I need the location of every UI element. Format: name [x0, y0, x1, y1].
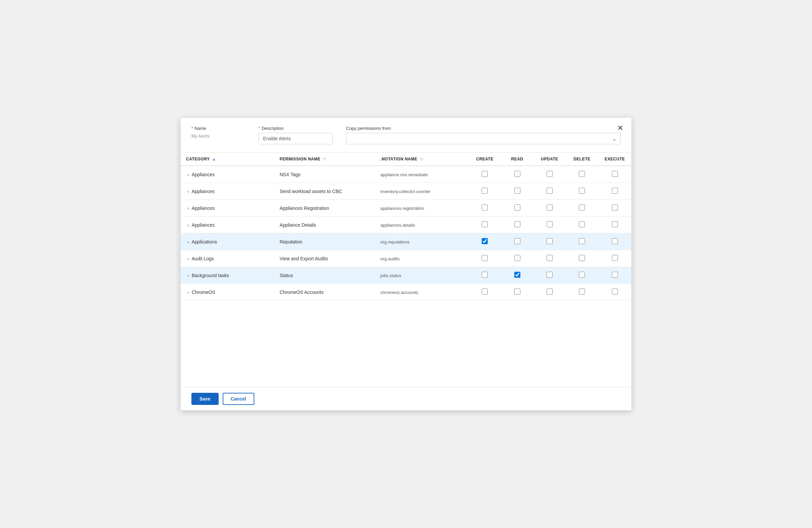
execute-checkbox[interactable]: [612, 188, 618, 194]
expand-row-button[interactable]: ›: [186, 239, 190, 245]
read-cell[interactable]: [501, 267, 533, 284]
delete-checkbox[interactable]: [579, 171, 585, 177]
update-cell[interactable]: [534, 284, 566, 300]
expand-row-button[interactable]: ›: [186, 189, 190, 194]
create-cell[interactable]: [468, 250, 501, 267]
execute-checkbox[interactable]: [612, 238, 618, 244]
expand-row-button[interactable]: ›: [186, 256, 190, 261]
delete-checkbox[interactable]: [579, 272, 585, 278]
create-cell[interactable]: [468, 217, 501, 233]
execute-checkbox[interactable]: [612, 272, 618, 278]
update-checkbox[interactable]: [547, 188, 553, 194]
create-cell[interactable]: [468, 267, 501, 284]
description-input[interactable]: [259, 133, 333, 144]
read-cell[interactable]: [501, 217, 533, 233]
execute-cell[interactable]: [598, 233, 632, 250]
cancel-button[interactable]: Cancel: [223, 393, 254, 405]
read-cell[interactable]: [501, 183, 533, 200]
permissions-table-container[interactable]: CATEGORY ▲ PERMISSION NAME ▽ .NOTATION N…: [180, 152, 632, 387]
read-cell[interactable]: [501, 166, 533, 183]
create-checkbox[interactable]: [482, 289, 488, 295]
th-notation-name[interactable]: .NOTATION NAME ▽: [375, 153, 468, 166]
execute-cell[interactable]: [598, 267, 632, 284]
th-read[interactable]: READ: [501, 153, 533, 166]
expand-row-button[interactable]: ›: [186, 205, 190, 211]
update-checkbox[interactable]: [547, 238, 553, 244]
read-checkbox[interactable]: [514, 289, 520, 295]
update-cell[interactable]: [534, 200, 566, 217]
delete-checkbox[interactable]: [579, 289, 585, 295]
delete-checkbox[interactable]: [579, 238, 585, 244]
execute-cell[interactable]: [598, 166, 632, 183]
update-checkbox[interactable]: [547, 255, 553, 261]
th-delete[interactable]: DELETE: [566, 153, 598, 166]
expand-row-button[interactable]: ›: [186, 222, 190, 228]
delete-cell[interactable]: [566, 250, 598, 267]
delete-checkbox[interactable]: [579, 204, 585, 210]
delete-cell[interactable]: [566, 183, 598, 200]
update-cell[interactable]: [534, 250, 566, 267]
delete-checkbox[interactable]: [579, 221, 585, 228]
create-cell[interactable]: [468, 166, 501, 183]
save-button[interactable]: Save: [191, 393, 219, 405]
execute-checkbox[interactable]: [612, 171, 618, 177]
execute-cell[interactable]: [598, 217, 632, 233]
read-checkbox[interactable]: [514, 221, 520, 228]
delete-cell[interactable]: [566, 200, 598, 217]
execute-checkbox[interactable]: [612, 221, 618, 228]
delete-cell[interactable]: [566, 284, 598, 300]
execute-cell[interactable]: [598, 250, 632, 267]
create-checkbox[interactable]: [482, 188, 488, 194]
update-checkbox[interactable]: [547, 221, 553, 228]
create-checkbox[interactable]: [482, 255, 488, 261]
read-checkbox[interactable]: [514, 188, 520, 194]
create-checkbox[interactable]: [482, 238, 488, 244]
read-checkbox[interactable]: [514, 272, 520, 278]
execute-checkbox[interactable]: [612, 289, 618, 295]
read-cell[interactable]: [501, 200, 533, 217]
expand-row-button[interactable]: ›: [186, 290, 190, 295]
create-cell[interactable]: [468, 233, 501, 250]
delete-checkbox[interactable]: [579, 188, 585, 194]
delete-cell[interactable]: [566, 217, 598, 233]
update-checkbox[interactable]: [547, 171, 553, 177]
th-permission-name[interactable]: PERMISSION NAME ▽: [274, 153, 375, 166]
update-checkbox[interactable]: [547, 289, 553, 295]
create-checkbox[interactable]: [482, 204, 488, 210]
read-checkbox[interactable]: [514, 204, 520, 210]
read-cell[interactable]: [501, 284, 533, 300]
delete-checkbox[interactable]: [579, 255, 585, 261]
execute-checkbox[interactable]: [612, 255, 618, 261]
update-cell[interactable]: [534, 166, 566, 183]
execute-cell[interactable]: [598, 200, 632, 217]
create-checkbox[interactable]: [482, 221, 488, 228]
create-checkbox[interactable]: [482, 272, 488, 278]
delete-cell[interactable]: [566, 267, 598, 284]
update-cell[interactable]: [534, 217, 566, 233]
delete-cell[interactable]: [566, 233, 598, 250]
read-cell[interactable]: [501, 250, 533, 267]
execute-cell[interactable]: [598, 284, 632, 300]
th-create[interactable]: CREATE: [468, 153, 501, 166]
execute-cell[interactable]: [598, 183, 632, 200]
read-cell[interactable]: [501, 233, 533, 250]
create-cell[interactable]: [468, 200, 501, 217]
read-checkbox[interactable]: [514, 171, 520, 177]
create-cell[interactable]: [468, 183, 501, 200]
update-checkbox[interactable]: [547, 204, 553, 210]
close-button[interactable]: ✕: [617, 124, 623, 132]
th-update[interactable]: UPDATE: [534, 153, 566, 166]
read-checkbox[interactable]: [514, 238, 520, 244]
delete-cell[interactable]: [566, 166, 598, 183]
copy-permissions-select[interactable]: [346, 133, 621, 144]
execute-checkbox[interactable]: [612, 204, 618, 210]
update-cell[interactable]: [534, 233, 566, 250]
expand-row-button[interactable]: ›: [186, 273, 190, 278]
read-checkbox[interactable]: [514, 255, 520, 261]
create-cell[interactable]: [468, 284, 501, 300]
th-execute[interactable]: EXECUTE: [598, 153, 632, 166]
expand-row-button[interactable]: ›: [186, 172, 190, 177]
th-category[interactable]: CATEGORY ▲: [180, 153, 274, 166]
update-checkbox[interactable]: [547, 272, 553, 278]
update-cell[interactable]: [534, 267, 566, 284]
